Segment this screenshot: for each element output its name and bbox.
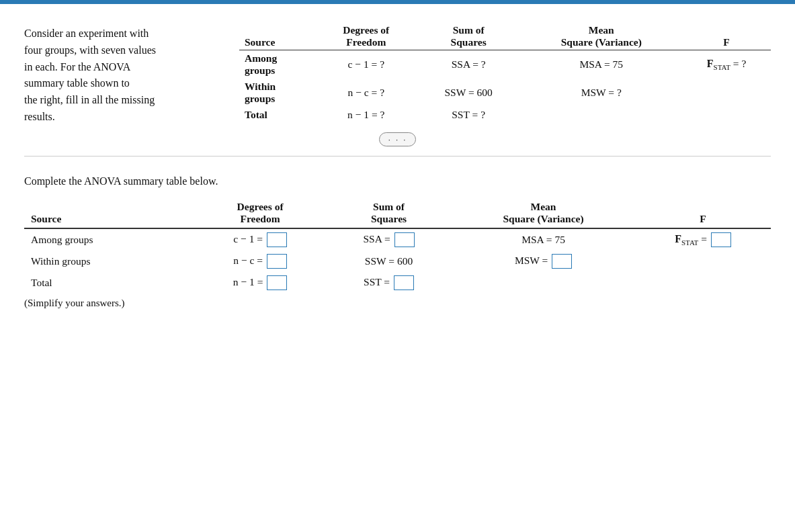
bottom-df-among: c − 1 = [194, 228, 326, 251]
bottom-source-total: Total [24, 272, 194, 294]
bottom-df-total: n − 1 = [194, 272, 326, 294]
bottom-anova-table: Source Degrees of Freedom Sum of Squares… [24, 200, 771, 294]
bottom-col-ss: Sum of Squares [326, 200, 452, 228]
bottom-source-within: Within groups [24, 251, 194, 272]
df-total-input[interactable] [267, 275, 287, 290]
bottom-f-among: FSTAT = [635, 228, 771, 251]
col-header-df: Degrees ofFreedom [316, 23, 417, 50]
top-ss-within: SSW = 600 [417, 79, 520, 107]
top-row-within: Withingroups n − c = ? SSW = 600 MSW = ? [239, 79, 771, 107]
bottom-source-among: Among groups [24, 228, 194, 251]
bottom-row-within: Within groups n − c = SSW = 600 MSW = [24, 251, 771, 272]
fstat-input[interactable] [711, 232, 731, 247]
problem-line-3: in each. For the ANOVA [24, 61, 130, 73]
top-source-among: Amonggroups [239, 50, 316, 79]
top-f-total [682, 107, 771, 123]
bottom-col-df: Degrees of Freedom [194, 200, 326, 228]
complete-label: Complete the ANOVA summary table below. [24, 175, 771, 187]
bottom-df-within: n − c = [194, 251, 326, 272]
ssa-input[interactable] [394, 232, 415, 247]
problem-line-5: the right, fill in all the missing [24, 94, 155, 105]
bottom-ss-total: SST = [326, 272, 452, 294]
top-ss-total: SST = ? [417, 107, 520, 123]
bottom-row-total: Total n − 1 = SST = [24, 272, 771, 294]
top-df-within: n − c = ? [316, 79, 417, 107]
bottom-f-within [635, 251, 771, 272]
col-header-ms: MeanSquare (Variance) [520, 23, 682, 50]
msw-input[interactable] [552, 254, 572, 269]
bottom-col-ms: Mean Square (Variance) [452, 200, 635, 228]
col-header-ss: Sum ofSquares [417, 23, 520, 50]
top-f-within [682, 79, 771, 107]
top-ms-among: MSA = 75 [520, 50, 682, 79]
bottom-f-total [635, 272, 771, 294]
df-within-input[interactable] [267, 254, 287, 269]
top-ms-within: MSW = ? [520, 79, 682, 107]
top-f-among: FSTAT = ? [682, 50, 771, 79]
top-row-total: Total n − 1 = ? SST = ? [239, 107, 771, 123]
top-row-among: Amonggroups c − 1 = ? SSA = ? MSA = 75 F… [239, 50, 771, 79]
bottom-col-source: Source [24, 200, 194, 228]
top-df-total: n − 1 = ? [316, 107, 417, 123]
top-anova-table: Source Degrees ofFreedom Sum ofSquares M… [239, 23, 771, 123]
problem-line-1: Consider an experiment with [24, 28, 149, 39]
problem-text: Consider an experiment with four groups,… [24, 23, 233, 126]
problem-line-2: four groups, with seven values [24, 44, 156, 56]
df-among-input[interactable] [267, 232, 287, 247]
bottom-ms-among: MSA = 75 [452, 228, 635, 251]
bottom-ss-among: SSA = [326, 228, 452, 251]
bottom-header-row: Source Degrees of Freedom Sum of Squares… [24, 200, 771, 228]
bottom-ms-total [452, 272, 635, 294]
top-source-total: Total [239, 107, 316, 123]
problem-line-6: results. [24, 111, 55, 122]
bottom-section: Complete the ANOVA summary table below. … [24, 175, 771, 309]
col-header-source: Source [239, 23, 316, 50]
simplify-note: (Simplify your answers.) [24, 298, 771, 309]
col-header-f: F [682, 23, 771, 50]
top-ms-total [520, 107, 682, 123]
top-section: Consider an experiment with four groups,… [24, 23, 771, 126]
sst-input[interactable] [394, 275, 414, 290]
section-divider [24, 156, 771, 157]
bottom-row-among: Among groups c − 1 = SSA = MSA = 75 FSTA… [24, 228, 771, 251]
ellipsis-container: · · · [24, 132, 771, 146]
bottom-col-f: F [635, 200, 771, 228]
ellipsis-button[interactable]: · · · [379, 132, 415, 146]
top-source-within: Withingroups [239, 79, 316, 107]
problem-line-4: summary table shown to [24, 77, 130, 89]
bottom-ss-within: SSW = 600 [326, 251, 452, 272]
top-ss-among: SSA = ? [417, 50, 520, 79]
top-df-among: c − 1 = ? [316, 50, 417, 79]
bottom-ms-within: MSW = [452, 251, 635, 272]
